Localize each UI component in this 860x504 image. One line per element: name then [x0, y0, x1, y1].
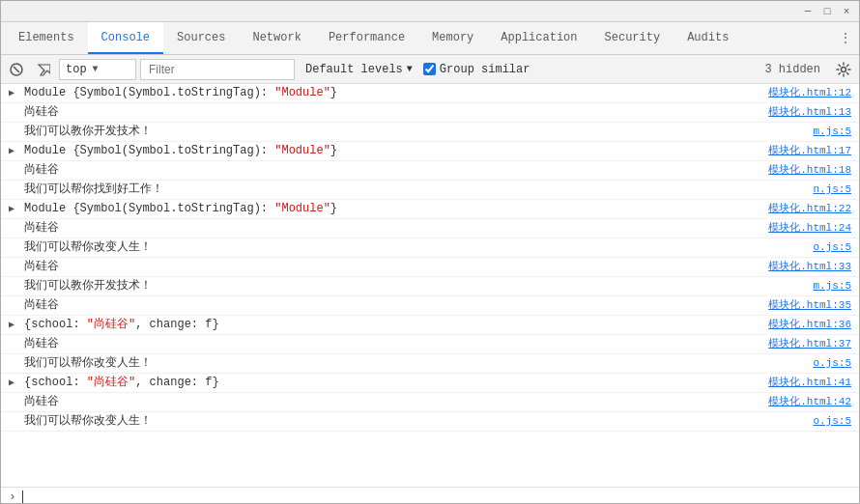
table-row: 尚硅谷 模块化.html:13	[1, 103, 859, 123]
expand-arrow-icon[interactable]: ▶	[9, 85, 20, 101]
context-value: top	[66, 63, 87, 76]
inspect-button[interactable]	[32, 58, 55, 81]
table-row: 尚硅谷 模块化.html:42	[1, 393, 859, 412]
levels-arrow-icon: ▼	[407, 64, 413, 74]
tab-bar: Elements Console Sources Network Perform…	[1, 22, 859, 55]
filter-input[interactable]	[140, 59, 295, 80]
tab-security[interactable]: Security	[591, 22, 674, 54]
context-selector[interactable]: top ▼	[59, 59, 136, 80]
tab-audits[interactable]: Audits	[674, 22, 742, 54]
table-row: 我们可以帮你找到好工作！ n.js:5	[1, 181, 859, 200]
table-row: 尚硅谷 模块化.html:35	[1, 296, 859, 316]
console-output: ▶ Module {Symbol(Symbol.toStringTag): "M…	[1, 84, 859, 488]
expand-arrow-icon[interactable]: ▶	[9, 201, 20, 217]
hidden-count: 3 hidden	[764, 63, 828, 76]
tab-elements[interactable]: Elements	[5, 22, 88, 54]
table-row: ▶ {school: "尚硅谷", change: f} 模块化.html:36	[1, 316, 859, 335]
tab-memory[interactable]: Memory	[418, 22, 487, 54]
table-row: 我们可以帮你改变人生！ o.js:5	[1, 412, 859, 432]
clear-icon	[10, 63, 23, 76]
table-row: ▶ {school: "尚硅谷", change: f} 模块化.html:41	[1, 374, 859, 393]
table-row: 尚硅谷 模块化.html:18	[1, 161, 859, 181]
table-row: ▶ Module {Symbol(Symbol.toStringTag): "M…	[1, 200, 859, 219]
expand-arrow-icon[interactable]: ▶	[9, 143, 20, 159]
close-button[interactable]: ×	[840, 5, 853, 18]
settings-button[interactable]	[832, 58, 855, 81]
expand-arrow-icon[interactable]: ▶	[9, 375, 20, 391]
console-input-bar[interactable]: ›	[1, 488, 859, 504]
tab-performance[interactable]: Performance	[315, 22, 418, 54]
group-similar-text: Group similar	[440, 63, 530, 76]
minimize-button[interactable]: ─	[801, 5, 815, 18]
tab-sources[interactable]: Sources	[163, 22, 239, 54]
default-levels-button[interactable]: Default levels ▼	[299, 59, 419, 80]
svg-point-2	[842, 67, 846, 71]
console-toolbar: top ▼ Default levels ▼ Group similar 3 h…	[1, 55, 859, 84]
title-bar: ─ □ ×	[1, 1, 859, 22]
svg-line-1	[14, 67, 19, 72]
console-caret	[22, 490, 23, 503]
tab-network[interactable]: Network	[239, 22, 314, 54]
tab-application[interactable]: Application	[487, 22, 590, 54]
table-row: 尚硅谷 模块化.html:24	[1, 219, 859, 238]
table-row: ▶ Module {Symbol(Symbol.toStringTag): "M…	[1, 84, 859, 103]
tab-console[interactable]: Console	[88, 22, 163, 54]
tab-more-button[interactable]: ⋮	[832, 22, 859, 54]
settings-icon	[836, 62, 851, 77]
table-row: ▶ Module {Symbol(Symbol.toStringTag): "M…	[1, 142, 859, 161]
group-similar-checkbox[interactable]	[423, 63, 436, 75]
maximize-button[interactable]: □	[820, 5, 834, 18]
table-row: 我们可以帮你改变人生！ o.js:5	[1, 354, 859, 374]
table-row: 我们可以教你开发技术！ m.js:5	[1, 123, 859, 142]
clear-console-button[interactable]	[5, 58, 28, 81]
default-levels-label: Default levels	[305, 63, 403, 76]
expand-arrow-icon[interactable]: ▶	[9, 317, 20, 333]
console-prompt-icon: ›	[9, 490, 16, 504]
group-similar-label[interactable]: Group similar	[423, 63, 530, 76]
context-arrow-icon: ▼	[93, 64, 99, 74]
table-row: 尚硅谷 模块化.html:33	[1, 258, 859, 277]
table-row: 我们可以帮你改变人生！ o.js:5	[1, 238, 859, 258]
inspect-icon	[37, 63, 50, 76]
table-row: 我们可以教你开发技术！ m.js:5	[1, 277, 859, 296]
table-row: 尚硅谷 模块化.html:37	[1, 335, 859, 354]
